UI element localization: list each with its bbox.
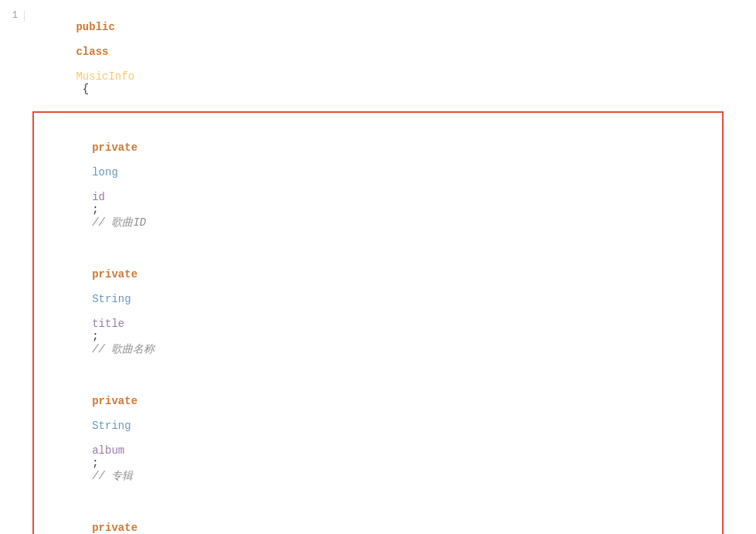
class-name: MusicInfo	[76, 70, 134, 83]
line-number: 1	[0, 10, 25, 21]
semicolon: ;	[92, 203, 105, 216]
space	[92, 305, 98, 318]
space	[76, 33, 82, 46]
semicolon: ;	[92, 457, 105, 469]
indent	[92, 509, 118, 522]
type-string: String	[92, 293, 131, 305]
space	[92, 407, 98, 420]
field-album-line: private String album ; // 专辑	[34, 369, 722, 496]
comment-title: // 歌曲名称	[92, 343, 154, 355]
indent	[92, 256, 118, 268]
field-album-content: private String album ; // 专辑	[34, 369, 722, 496]
code-container: 1 public class MusicInfo { private long …	[0, 0, 756, 534]
type-long: long	[92, 166, 118, 179]
keyword-public: public	[76, 21, 114, 33]
kw-private: private	[92, 395, 137, 407]
comment-id: // 歌曲ID	[92, 216, 146, 229]
space	[92, 281, 98, 293]
space	[92, 432, 98, 444]
kw-private: private	[92, 268, 137, 281]
class-declaration-line: 1 public class MusicInfo {	[0, 8, 756, 108]
field-albumid-content: private long albumId ; //专辑ID	[34, 496, 722, 534]
field-title-content: private String title ; // 歌曲名称	[34, 243, 722, 369]
space	[92, 154, 98, 166]
semicolon: ;	[92, 330, 105, 342]
var-album: album	[92, 444, 124, 457]
kw-private: private	[92, 522, 137, 534]
indent	[92, 129, 118, 141]
fields-box: private long id ; // 歌曲ID private String…	[32, 111, 724, 534]
space	[92, 179, 98, 191]
type-string: String	[92, 420, 131, 432]
space	[76, 58, 82, 70]
line-content: public class MusicInfo {	[31, 9, 756, 107]
kw-private: private	[92, 141, 137, 154]
var-title: title	[92, 318, 124, 330]
comment-album: // 专辑	[92, 470, 133, 482]
indent	[92, 383, 118, 395]
field-title-line: private String title ; // 歌曲名称	[34, 243, 722, 369]
brace: {	[76, 83, 89, 95]
keyword-class: class	[76, 46, 108, 58]
var-id: id	[92, 191, 105, 203]
field-id-line: private long id ; // 歌曲ID	[34, 116, 722, 243]
field-id-content: private long id ; // 歌曲ID	[34, 116, 722, 243]
field-albumid-line: private long albumId ; //专辑ID	[34, 496, 722, 534]
